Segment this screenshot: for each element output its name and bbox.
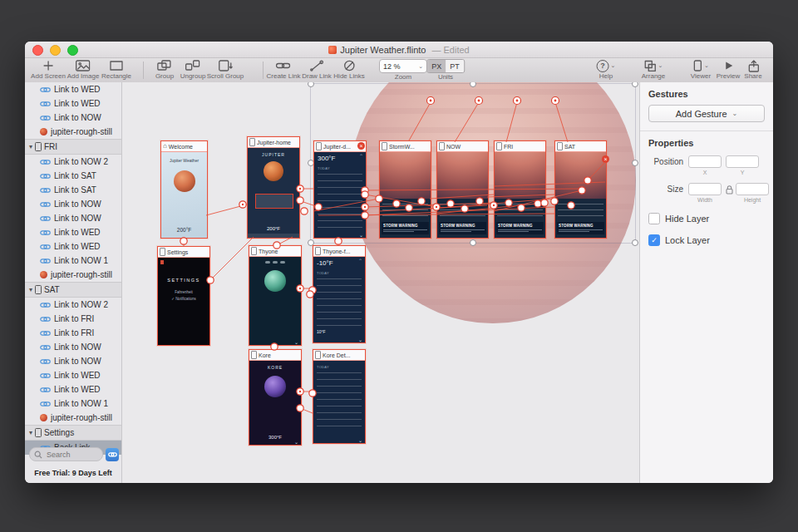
search-input[interactable] [45,450,98,460]
disclosure-triangle-icon[interactable]: ▾ [29,286,32,293]
screen-jupiter-detail[interactable]: Jupiter-d... × 300°F ⌃ TODAY ⌄ [313,140,367,239]
units-px-segment[interactable]: PX [427,60,446,72]
screen-sat[interactable]: SAT × STORM WARNING [554,140,607,239]
planet-image [555,152,606,199]
screen-jupiter-home[interactable]: Jupiter-home JUPITER 200°F [247,136,300,239]
selection-handle[interactable] [632,160,638,166]
add-image-button[interactable]: Add Image [67,59,100,81]
screen-now[interactable]: NOW STORM WARNING [436,140,489,239]
add-gesture-dropdown[interactable]: Add Gesture ⌄ [648,105,765,122]
selection-handle[interactable] [632,239,638,246]
sidebar-item-link[interactable]: Link to NOW [25,354,121,368]
position-y-input[interactable] [726,155,759,168]
disclosure-triangle-icon[interactable]: ▾ [29,143,32,150]
draw-link-button[interactable]: Draw Link [302,59,332,81]
group-button[interactable]: Group [155,59,174,81]
screen-fri[interactable]: FRI STORM WARNING [494,140,546,239]
size-width-input[interactable] [688,183,722,195]
hide-layer-checkbox[interactable] [648,213,660,224]
zoom-control[interactable]: 12 % ⌄ Zoom [379,59,427,81]
rectangle-button[interactable]: Rectangle [101,59,131,81]
sidebar-item-link[interactable]: Link to WED [25,382,121,397]
sidebar-group-sat[interactable]: ▾SAT [25,282,121,298]
ungroup-button[interactable]: Ungroup [180,59,206,81]
planet-image-icon [40,271,47,278]
sidebar-item-link[interactable]: Link to WED [25,239,121,254]
sidebar-item-link[interactable]: Link to FRI [25,312,121,326]
sidebar-item-link[interactable]: Link to WED [25,82,121,96]
sidebar-item-label: Link to NOW [54,200,101,209]
screen-settings[interactable]: Settings SETTINGS Fahrenheit ✓Notificati… [157,246,210,346]
link-icon [40,115,51,121]
selected-layer-box[interactable] [255,194,293,209]
sidebar-item-link[interactable]: Link to WED [25,225,121,239]
sidebar-item-link[interactable]: Link to NOW 1 [25,397,121,411]
sidebar-item-link[interactable]: Link to NOW [25,340,121,354]
screen-welcome[interactable]: ⌂Welcome Jupiter Weather 200°F [160,140,208,239]
screen-thyone[interactable]: Thyone ⌄ [249,245,302,346]
sidebar-item-link[interactable]: Link to WED [25,368,121,382]
size-row: Size Width Height [640,183,766,203]
lock-layer-checkbox[interactable]: ✓ [648,234,660,246]
sidebar-item-link[interactable]: Link to NOW 2 [25,298,121,312]
size-height-input[interactable] [736,183,769,195]
help-button[interactable]: ? ⌄ Help [597,59,616,81]
lock-aspect-icon[interactable] [726,185,733,203]
sidebar-group-settings[interactable]: ▾Settings [25,425,121,441]
sidebar-item-image[interactable]: jupiter-rough-still [25,125,121,139]
sidebar-item-link[interactable]: Link to NOW 2 [25,155,121,169]
sidebar-item-image[interactable]: jupiter-rough-still [25,268,121,282]
draw-link-icon [309,59,324,72]
sidebar-item-label: Link to WED [54,228,101,237]
units-pt-segment[interactable]: PT [446,60,464,72]
link-icon [40,173,51,180]
screen-title: Settings [167,249,188,255]
sidebar-item-label: jupiter-rough-still [51,413,112,422]
share-button[interactable]: Share [744,59,761,81]
links-filter-button[interactable] [106,448,119,461]
share-icon [746,59,760,72]
close-icon[interactable]: × [357,142,365,150]
sidebar-item-link[interactable]: Link to SAT [25,169,121,183]
screen-kore[interactable]: Kore KORE 300°F ⌄ [249,349,302,446]
sidebar-item-link[interactable]: Link to NOW 1 [25,254,121,268]
sidebar-item-link[interactable]: Link to NOW [25,211,121,225]
units-control[interactable]: PX PT Units [426,59,465,81]
position-x-input[interactable] [688,155,722,168]
zoom-button[interactable] [67,45,78,56]
sidebar-group-fri[interactable]: ▾FRI [25,139,121,155]
search-field[interactable] [29,447,103,461]
create-link-button[interactable]: Create Link [267,59,301,81]
viewer-button[interactable]: ⌄ Viewer [691,59,711,81]
screen-storm-warning[interactable]: StormW... STORM WARNING [379,140,431,239]
lock-layer-row[interactable]: ✓ Lock Layer [648,234,773,246]
sidebar-item-image[interactable]: jupiter-rough-still [25,411,121,425]
zoom-dropdown[interactable]: 12 % ⌄ [379,59,427,73]
sidebar-item-link[interactable]: Link to NOW [25,111,121,125]
selection-handle[interactable] [632,82,638,87]
sidebar-item-link[interactable]: Link to NOW [25,197,121,211]
hide-layer-label: Hide Layer [665,214,709,224]
add-screen-button[interactable]: Add Screen [31,59,66,81]
link-icon [40,215,51,222]
selection-handle[interactable] [470,239,476,246]
screen-thyone-forecast[interactable]: Thyone-f... -10°F ⌃ TODAY 10°F ⌄ [313,245,366,343]
sidebar-item-link[interactable]: Link to FRI [25,326,121,340]
screen-kore-detail[interactable]: Kore Det... TODAY ⌄ [313,349,366,444]
close-icon[interactable]: × [602,155,609,163]
minimize-button[interactable] [50,45,61,56]
hide-layer-row[interactable]: Hide Layer [648,213,773,224]
canvas[interactable]: ⌂Welcome Jupiter Weather 200°F Jupiter-h… [122,82,639,483]
units-segmented-control[interactable]: PX PT [426,59,465,73]
screen-icon [557,142,563,150]
preview-button[interactable]: Preview [717,59,740,81]
scroll-group-button[interactable]: Scroll Group [207,59,244,81]
close-button[interactable] [32,45,43,56]
hide-links-button[interactable]: Hide Links [333,59,364,81]
arrange-button[interactable]: ⌄ Arrange [642,59,665,81]
sidebar-item-link[interactable]: Link to WED [25,96,121,111]
titlebar[interactable]: Jupiter Weather.flinto — Edited [25,42,773,58]
sidebar-item-label: Link to WED [54,371,101,380]
disclosure-triangle-icon[interactable]: ▾ [29,429,32,436]
sidebar-item-link[interactable]: Link to SAT [25,183,121,197]
